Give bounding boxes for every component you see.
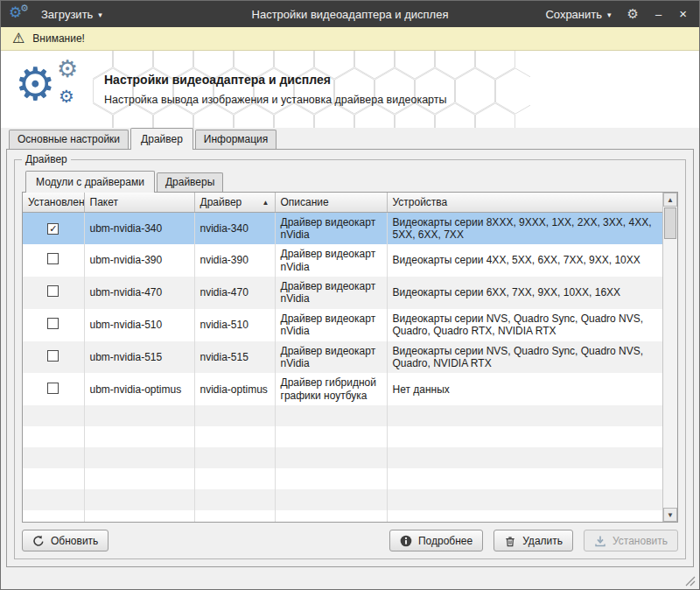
save-menu-label: Сохранить: [545, 8, 602, 21]
tab-drivers[interactable]: Драйверы: [157, 172, 223, 192]
empty-row: [23, 426, 662, 447]
cell-description: Драйвер видеокарт nVidia: [275, 244, 387, 277]
titlebar: ⚙ ⚙ Загрузить ▾ Настройки видеоадаптера …: [1, 1, 699, 27]
column-header-driver[interactable]: ▲Драйвер: [194, 193, 275, 212]
groupbox-legend: Драйвер: [22, 153, 71, 165]
resize-grip[interactable]: [683, 574, 696, 586]
cell-package: ubm-nvidia-510: [84, 309, 194, 341]
cell-devices: Видеокарты серии NVS, Quadro Sync, Quadr…: [387, 341, 662, 374]
cell-description: Драйвер гибридной графики ноутбука: [275, 373, 387, 405]
cell-package: ubm-nvidia-340: [84, 212, 194, 244]
load-menu-button[interactable]: Загрузить ▾: [34, 4, 109, 25]
installed-checkbox[interactable]: [47, 285, 59, 297]
sort-ascending-icon: ▲: [262, 199, 270, 207]
refresh-button[interactable]: Обновить: [22, 530, 108, 551]
column-header-package[interactable]: Пакет: [84, 193, 194, 212]
header-text: Настройки видеоадаптера и дисплея Настро…: [104, 73, 447, 106]
driver-groupbox: Драйвер Модули с драйверами Драйверы Уст…: [14, 159, 686, 559]
cell-driver: nvidia-515: [194, 341, 275, 374]
save-menu-button[interactable]: Сохранить ▾: [538, 4, 618, 25]
scrollbar-track[interactable]: [663, 240, 677, 508]
cell-driver: nvidia-390: [194, 244, 275, 277]
page-header: ⚙ ⚙ ⚙ Настройки видеоадаптера и дисплея …: [1, 51, 699, 128]
installed-checkbox[interactable]: [47, 350, 59, 362]
details-label: Подробнее: [418, 535, 472, 547]
cell-description: Драйвер видеокарт nVidia: [275, 277, 387, 309]
delete-label: Удалить: [522, 535, 563, 547]
cell-package: ubm-nvidia-optimus: [84, 373, 194, 405]
install-button[interactable]: Установить: [584, 530, 678, 551]
delete-button[interactable]: Удалить: [494, 530, 573, 551]
driver-table-frame: Установлен Пакет ▲Драйвер Описание Устро…: [22, 192, 678, 523]
empty-row: [23, 489, 662, 510]
cell-driver: nvidia-optimus: [194, 373, 275, 405]
tab-driver[interactable]: Драйвер: [130, 128, 193, 150]
install-label: Установить: [612, 535, 668, 547]
empty-row: [23, 447, 662, 468]
details-button[interactable]: Подробнее: [389, 530, 483, 551]
table-header-row: Установлен Пакет ▲Драйвер Описание Устро…: [23, 193, 662, 212]
info-icon: [400, 535, 412, 547]
installed-checkbox[interactable]: [47, 253, 59, 264]
close-button[interactable]: ×: [671, 3, 696, 25]
chevron-down-icon: ▾: [98, 11, 102, 19]
cell-driver: nvidia-340: [194, 212, 275, 244]
window-title: Настройки видеоадаптера и дисплея: [192, 8, 508, 21]
gear-icon-small: ⚙: [20, 4, 29, 13]
install-icon: [594, 535, 606, 547]
cell-devices: Видеокарты серии 8XXX, 9XXX, 1XX, 2XX, 3…: [387, 212, 662, 244]
chevron-down-icon: ▾: [607, 11, 612, 19]
driver-tab-panel: Драйвер Модули с драйверами Драйверы Уст…: [6, 149, 694, 567]
scroll-down-button[interactable]: ▼: [663, 508, 677, 522]
driver-table-body: ✓ubm-nvidia-340nvidia-340Драйвер видеока…: [23, 212, 662, 522]
cell-package: ubm-nvidia-470: [84, 277, 194, 309]
titlebar-right: Сохранить ▾ ⚙ – ×: [508, 3, 699, 25]
column-header-installed[interactable]: Установлен: [23, 193, 84, 212]
installed-checkbox[interactable]: [47, 318, 59, 329]
installed-checkbox[interactable]: [47, 383, 59, 394]
cell-driver: nvidia-470: [194, 277, 275, 309]
tab-driver-modules[interactable]: Модули с драйверами: [25, 171, 155, 193]
refresh-icon: [32, 535, 45, 547]
cell-package: ubm-nvidia-515: [84, 341, 194, 374]
driver-table: Установлен Пакет ▲Драйвер Описание Устро…: [23, 193, 662, 522]
titlebar-left: ⚙ ⚙ Загрузить ▾: [1, 4, 192, 25]
tab-main-settings[interactable]: Основные настройки: [9, 130, 129, 149]
main-tabs: Основные настройки Драйвер Информация: [1, 128, 699, 149]
warning-banner: ⚠ Внимание!: [1, 27, 699, 51]
cell-devices: Видеокарты серии 6XX, 7XX, 9XX, 10XX, 16…: [387, 277, 662, 309]
cell-driver: nvidia-510: [194, 309, 275, 341]
vertical-scrollbar[interactable]: ▲ ▼: [662, 193, 677, 522]
scroll-up-button[interactable]: ▲: [663, 193, 677, 207]
page-subtitle: Настройка вывода изображения и установка…: [104, 94, 447, 106]
page-title: Настройки видеоадаптера и дисплея: [104, 73, 447, 87]
empty-row: [23, 510, 662, 522]
gear-icon-medium: ⚙: [57, 58, 78, 81]
empty-row: [23, 405, 662, 426]
installed-checkbox[interactable]: ✓: [47, 223, 59, 235]
column-header-description[interactable]: Описание: [275, 193, 387, 212]
empty-row: [23, 468, 662, 489]
cell-description: Драйвер видеокарт nVidia: [275, 309, 387, 341]
column-header-devices[interactable]: Устройства: [387, 193, 662, 212]
table-row[interactable]: ubm-nvidia-470nvidia-470Драйвер видеокар…: [23, 277, 662, 309]
table-row[interactable]: ubm-nvidia-510nvidia-510Драйвер видеокар…: [23, 309, 662, 341]
table-row[interactable]: ubm-nvidia-515nvidia-515Драйвер видеокар…: [23, 341, 662, 374]
settings-gear-icon[interactable]: ⚙: [620, 3, 646, 25]
scrollbar-thumb[interactable]: [664, 207, 676, 239]
app-gears-icon: ⚙ ⚙: [8, 4, 31, 24]
table-row[interactable]: ubm-nvidia-optimusnvidia-optimusДрайвер …: [23, 373, 662, 405]
table-row[interactable]: ✓ubm-nvidia-340nvidia-340Драйвер видеока…: [23, 212, 662, 244]
tab-information[interactable]: Информация: [195, 130, 276, 149]
minimize-button[interactable]: –: [648, 4, 669, 25]
trash-icon: [504, 535, 516, 547]
action-buttons: Обновить Подробнее: [22, 523, 678, 551]
cell-devices: Видеокарты серии NVS, Quadro Sync, Quadr…: [387, 309, 662, 341]
table-row[interactable]: ubm-nvidia-390nvidia-390Драйвер видеокар…: [23, 244, 662, 277]
warning-triangle-icon: ⚠: [12, 32, 24, 46]
load-menu-label: Загрузить: [41, 8, 93, 21]
cell-description: Драйвер видеокарт nVidia: [275, 212, 387, 244]
statusbar: [1, 567, 699, 589]
cell-devices: Нет данных: [387, 373, 662, 405]
cell-package: ubm-nvidia-390: [84, 244, 194, 277]
